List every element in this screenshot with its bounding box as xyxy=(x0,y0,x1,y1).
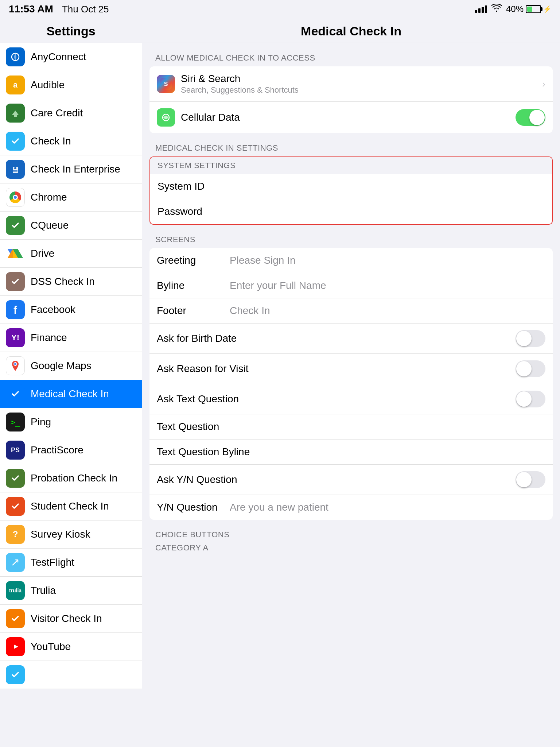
status-bar: 11:53 AM Thu Oct 25 40% ⚡ xyxy=(0,0,560,18)
sidebar-item-facebook[interactable]: f Facebook xyxy=(0,296,142,324)
sidebar-item-survey-kiosk[interactable]: ? Survey Kiosk xyxy=(0,520,142,549)
password-row[interactable]: Password xyxy=(150,199,552,224)
byline-row[interactable]: Byline Enter your Full Name xyxy=(149,273,553,298)
sidebar-item-extra[interactable] xyxy=(0,661,142,689)
drive-icon xyxy=(6,244,25,263)
choice-buttons-label: CHOICE BUTTONS xyxy=(149,530,553,539)
medicalcheckin-icon xyxy=(6,384,25,403)
greeting-row[interactable]: Greeting Please Sign In xyxy=(149,248,553,273)
greeting-value: Please Sign In xyxy=(230,255,296,266)
finance-label: Finance xyxy=(31,332,67,344)
ask-reason-row[interactable]: Ask Reason for Visit xyxy=(149,354,553,384)
sidebar-item-finance[interactable]: Y! Finance xyxy=(0,324,142,352)
byline-value: Enter your Full Name xyxy=(230,280,326,291)
dss-label: DSS Check In xyxy=(31,276,95,287)
ask-text-question-toggle[interactable] xyxy=(516,391,545,407)
sidebar-item-audible[interactable]: a Audible xyxy=(0,71,142,99)
sidebar-item-google-maps[interactable]: Google Maps xyxy=(0,352,142,380)
sidebar-item-probation-checkin[interactable]: Probation Check In xyxy=(0,464,142,492)
sidebar-item-testflight[interactable]: TestFlight xyxy=(0,549,142,577)
sidebar-item-drive[interactable]: Drive xyxy=(0,240,142,268)
footer-key: Footer xyxy=(157,305,230,317)
survey-kiosk-icon: ? xyxy=(6,525,25,544)
sidebar-item-cqueue[interactable]: CQueue xyxy=(0,212,142,240)
sidebar-item-checkin-enterprise[interactable]: Check In Enterprise xyxy=(0,155,142,183)
sidebar-item-anyconnect[interactable]: AnyConnect xyxy=(0,43,142,71)
sidebar-item-carecredit[interactable]: Care Credit xyxy=(0,99,142,127)
ask-yn-toggle[interactable] xyxy=(516,471,545,488)
ask-birthdate-row[interactable]: Ask for Birth Date xyxy=(149,324,553,354)
chrome-icon xyxy=(6,188,25,207)
ask-text-question-row[interactable]: Ask Text Question xyxy=(149,384,553,414)
siri-content: Siri & Search Search, Suggestions & Shor… xyxy=(181,73,542,95)
chrome-label: Chrome xyxy=(31,191,67,203)
carecredit-label: Care Credit xyxy=(31,107,83,119)
ask-yn-question-row[interactable]: Ask Y/N Question xyxy=(149,465,553,495)
extra-icon xyxy=(6,665,25,684)
text-question-byline-row[interactable]: Text Question Byline xyxy=(149,440,553,465)
charging-icon: ⚡ xyxy=(543,5,551,13)
sidebar-item-trulia[interactable]: trulia Trulia xyxy=(0,577,142,605)
checkin-label: Check In xyxy=(31,135,71,147)
system-id-label: System ID xyxy=(158,181,545,192)
screens-card: Greeting Please Sign In Byline Enter you… xyxy=(149,248,553,520)
sidebar-item-youtube[interactable]: YouTube xyxy=(0,633,142,661)
sidebar-item-medical-checkin[interactable]: Medical Check In xyxy=(0,380,142,408)
sidebar-item-chrome[interactable]: Chrome xyxy=(0,183,142,212)
sidebar-item-practiscore[interactable]: PS PractiScore xyxy=(0,436,142,464)
siri-icon: S xyxy=(157,75,175,93)
settings-panel: Settings AnyConnect a Audible xyxy=(0,18,142,747)
sidebar-item-ping[interactable]: >_ Ping xyxy=(0,408,142,436)
battery-icon xyxy=(526,5,541,13)
testflight-icon xyxy=(6,553,25,572)
youtube-label: YouTube xyxy=(31,641,71,653)
anyconnect-icon xyxy=(6,47,25,66)
siri-search-row[interactable]: S Siri & Search Search, Suggestions & Sh… xyxy=(149,66,553,102)
svg-text:S: S xyxy=(164,81,168,87)
ask-reason-toggle[interactable] xyxy=(516,360,545,377)
cellular-data-row[interactable]: Cellular Data xyxy=(149,102,553,133)
anyconnect-label: AnyConnect xyxy=(31,51,86,63)
ask-text-question-label: Ask Text Question xyxy=(157,393,516,405)
checkin-enterprise-label: Check In Enterprise xyxy=(31,163,120,175)
yn-question-row[interactable]: Y/N Question Are you a new patient xyxy=(149,495,553,520)
siri-title: Siri & Search xyxy=(181,73,542,85)
cqueue-icon xyxy=(6,216,25,235)
sidebar-item-dss-checkin[interactable]: DSS Check In xyxy=(0,268,142,296)
sidebar-item-student-checkin[interactable]: Student Check In xyxy=(0,492,142,520)
cellular-right xyxy=(516,109,545,126)
ask-yn-question-label: Ask Y/N Question xyxy=(157,474,516,485)
detail-content: ALLOW MEDICAL CHECK IN TO ACCESS xyxy=(142,43,560,566)
system-id-row[interactable]: System ID xyxy=(150,174,552,199)
text-question-label: Text Question xyxy=(157,421,545,433)
detail-title: Medical Check In xyxy=(149,24,553,38)
cellular-title: Cellular Data xyxy=(181,112,516,123)
status-time: 11:53 AM xyxy=(9,3,53,15)
medical-settings-section-label: MEDICAL CHECK IN SETTINGS xyxy=(149,143,553,153)
facebook-icon: f xyxy=(6,300,25,319)
footer-row[interactable]: Footer Check In xyxy=(149,298,553,324)
ask-birthdate-label: Ask for Birth Date xyxy=(157,333,516,344)
ask-reason-label: Ask Reason for Visit xyxy=(157,363,516,375)
trulia-icon: trulia xyxy=(6,581,25,600)
byline-key: Byline xyxy=(157,280,230,291)
detail-header: Medical Check In xyxy=(142,18,560,43)
googlemaps-icon xyxy=(6,356,25,375)
youtube-icon xyxy=(6,637,25,656)
detail-panel: Medical Check In ALLOW MEDICAL CHECK IN … xyxy=(142,18,560,747)
carecredit-icon xyxy=(6,104,25,123)
main-layout: Settings AnyConnect a Audible xyxy=(0,18,560,747)
text-question-row[interactable]: Text Question xyxy=(149,414,553,440)
status-right-icons: 40% ⚡ xyxy=(475,4,551,14)
checkin-icon xyxy=(6,132,25,151)
trulia-label: Trulia xyxy=(31,585,56,596)
googlemaps-label: Google Maps xyxy=(31,360,92,372)
cellular-toggle[interactable] xyxy=(516,109,545,126)
svg-point-5 xyxy=(14,363,16,365)
sidebar-item-visitor-checkin[interactable]: Visitor Check In xyxy=(0,605,142,633)
practiscore-icon: PS xyxy=(6,441,25,460)
wifi-icon xyxy=(491,4,502,14)
sidebar-item-checkin[interactable]: Check In xyxy=(0,127,142,155)
password-label: Password xyxy=(158,206,545,217)
ask-birthdate-toggle[interactable] xyxy=(516,330,545,347)
